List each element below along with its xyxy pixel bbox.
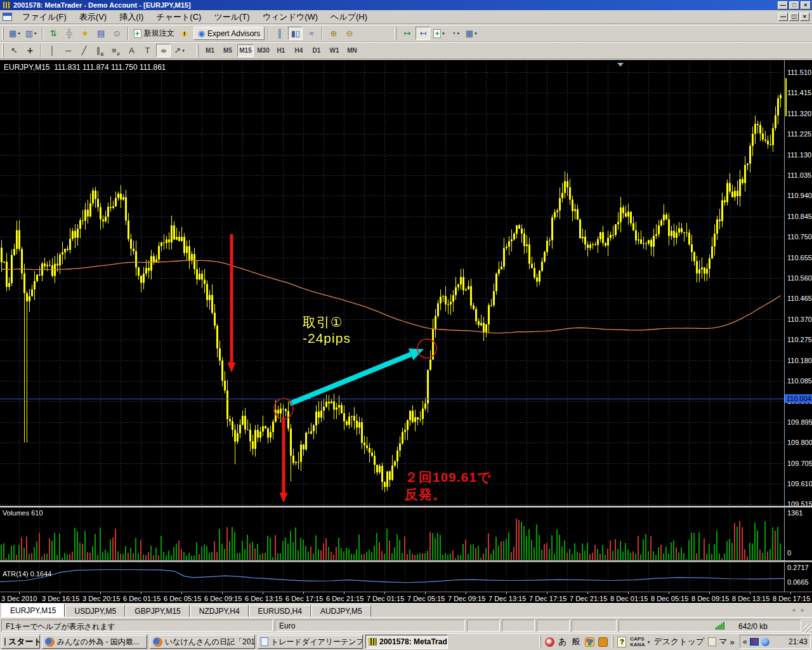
vertical-line-button[interactable]: │ <box>45 44 60 57</box>
menu-item-1[interactable]: 表示(V) <box>73 10 113 24</box>
child-close-button[interactable]: × <box>800 13 809 21</box>
arrows-button[interactable]: ↗▾ <box>172 44 187 57</box>
toolbar-grip[interactable] <box>2 44 4 57</box>
tab-EURJPY-M15[interactable]: EURJPY,M15 <box>1 604 65 617</box>
tab-USDJPY-M5[interactable]: USDJPY,M5 <box>65 605 125 617</box>
text-button[interactable]: A <box>124 44 139 57</box>
crosshair-button[interactable]: + <box>23 44 37 57</box>
toolbar-grip[interactable] <box>612 636 613 647</box>
zoom-in-button[interactable]: ⊕ <box>326 27 341 40</box>
close-button[interactable]: × <box>801 1 811 10</box>
favorites-button[interactable]: ★ <box>78 27 93 40</box>
horizontal-line-button[interactable]: ─ <box>61 44 75 57</box>
menu-item-6[interactable]: ヘルプ(H) <box>324 10 374 24</box>
tab-AUDJPY-M5[interactable]: AUDJPY,M5 <box>311 605 371 617</box>
alert-button[interactable]: ◆! <box>178 27 192 40</box>
task-button-2[interactable]: トレードダイアリーテンプレー... <box>258 635 363 649</box>
price-axis[interactable]: 110.004 1361 0 0.2717 0.0665 111.510111.… <box>785 60 812 592</box>
timeframe-H1[interactable]: H1 <box>273 44 289 57</box>
ime-icon[interactable] <box>545 637 554 647</box>
menu-item-4[interactable]: ツール(T) <box>207 10 256 24</box>
start-button[interactable]: スタート <box>1 635 40 649</box>
toolbar-grip[interactable] <box>2 27 4 40</box>
timeframe-D1[interactable]: D1 <box>308 44 325 57</box>
clipboard-icon[interactable] <box>708 637 716 646</box>
timeframe-M15[interactable]: M15 <box>237 44 254 57</box>
clock[interactable]: 21:43 <box>789 637 808 646</box>
trade-annotation-pips: -24pips <box>303 331 351 346</box>
tab-scroll-arrows[interactable]: ◄► <box>790 607 809 613</box>
channel-button[interactable]: ∥E <box>93 44 107 57</box>
desktop-toolbar-label[interactable]: デスクトップ <box>653 636 704 647</box>
auto-scroll-button[interactable]: ↦ <box>400 27 414 40</box>
navigator-button[interactable]: ╬ <box>62 27 77 40</box>
profiles-button[interactable]: ▥▾ <box>23 27 39 40</box>
menu-item-2[interactable]: 挿入(I) <box>113 10 150 24</box>
price-label: 110.370 <box>787 315 812 323</box>
timeframe-MN[interactable]: MN <box>344 44 360 57</box>
ime-dropdown-icon[interactable]: ▾ <box>647 639 650 645</box>
templates-button[interactable]: ▦▾ <box>464 27 479 40</box>
timeframe-M30[interactable]: M30 <box>255 44 272 57</box>
chart-shift-icon: ↤ <box>419 29 426 38</box>
chart-window-icon[interactable] <box>3 13 12 21</box>
ime-help-button[interactable]: ? <box>617 637 626 647</box>
timeframe-W1[interactable]: W1 <box>326 44 343 57</box>
toolbar-grip[interactable] <box>395 27 396 40</box>
timeframe-M1[interactable]: M1 <box>202 44 218 57</box>
toolbar-overflow-chevron[interactable]: » <box>730 637 735 647</box>
resize-grip[interactable] <box>803 624 812 633</box>
child-minimize-button[interactable]: — <box>778 13 788 21</box>
fibonacci-button[interactable]: ≡F <box>108 44 123 57</box>
network-status-icon[interactable]: × <box>750 638 759 646</box>
ellipse-button[interactable]: ● <box>156 44 171 57</box>
strategy-tester-button[interactable]: ⊙ <box>110 27 124 40</box>
indicators-button[interactable]: +▾ <box>431 27 447 40</box>
toolbar-grip[interactable] <box>197 44 199 57</box>
task-button-3[interactable]: 2001578: MetaTrade... <box>365 635 448 649</box>
task-button-1[interactable]: いなけんさんの日記「2010... <box>150 635 255 649</box>
timeframe-H4[interactable]: H4 <box>291 44 307 57</box>
candlestick-chart-icon: ▮▯ <box>291 29 300 38</box>
time-axis[interactable]: 3 Dec 20103 Dec 16:153 Dec 20:156 Dec 01… <box>0 592 812 604</box>
chart-shift-button[interactable]: ↤ <box>416 27 430 40</box>
tray-app-icon[interactable] <box>761 638 769 646</box>
menu-item-0[interactable]: ファイル(F) <box>16 10 73 24</box>
text-label-button[interactable]: T <box>140 44 155 57</box>
pane-separator[interactable] <box>0 506 812 508</box>
price-chart[interactable] <box>0 60 785 592</box>
favorites-icon: ★ <box>81 29 89 38</box>
cursor-button[interactable]: ↖ <box>7 44 22 57</box>
caps-kana-indicator[interactable]: CAPSKANA <box>630 636 645 647</box>
periods-button[interactable]: ◔▾ <box>448 27 462 40</box>
new-order-button[interactable]: +新規注文 <box>132 27 176 40</box>
task-button-0[interactable]: みんなの外為 - 国内最... <box>42 635 147 649</box>
data-window-button[interactable]: ▤ <box>94 27 108 40</box>
expert-advisors-button[interactable]: ◉Expert Advisors <box>193 27 265 40</box>
trendline-button[interactable]: ╱ <box>77 44 91 57</box>
market-watch-button[interactable]: ⇅ <box>46 27 61 40</box>
line-chart-button[interactable]: ≈ <box>304 27 318 40</box>
pane-separator[interactable] <box>0 560 812 562</box>
ime-pad-icon[interactable] <box>585 637 594 647</box>
title-bar[interactable]: 2001578: MetaTrader - Demo Account - [EU… <box>0 0 812 10</box>
ime-tools-icon[interactable] <box>598 637 608 647</box>
ime-input-mode[interactable]: あ <box>558 636 566 647</box>
tab-GBPJPY-M15[interactable]: GBPJPY,M15 <box>126 605 189 617</box>
child-restore-button[interactable]: ◫ <box>789 13 799 21</box>
candlestick-chart-button[interactable]: ▮▯ <box>288 27 303 40</box>
menu-item-5[interactable]: ウィンドウ(W) <box>256 10 324 24</box>
toolbar-grip[interactable] <box>539 636 541 647</box>
text-label-icon: T <box>145 46 150 55</box>
tab-NZDJPY-H4[interactable]: NZDJPY,H4 <box>190 605 249 617</box>
maximize-button[interactable]: □ <box>789 1 799 10</box>
minimize-button[interactable]: — <box>778 1 788 10</box>
tray-collapse-chevron[interactable]: « <box>743 637 747 646</box>
bar-chart-button[interactable]: ║ <box>272 27 287 40</box>
zoom-out-button[interactable]: ⊖ <box>342 27 357 40</box>
menu-item-3[interactable]: チャート(C) <box>150 10 207 24</box>
tab-EURUSD-H4[interactable]: EURUSD,H4 <box>249 605 311 617</box>
new-chart-button[interactable]: ▦▾ <box>7 27 22 40</box>
timeframe-M5[interactable]: M5 <box>219 44 236 57</box>
ime-conversion-mode[interactable]: 般 <box>572 636 580 647</box>
